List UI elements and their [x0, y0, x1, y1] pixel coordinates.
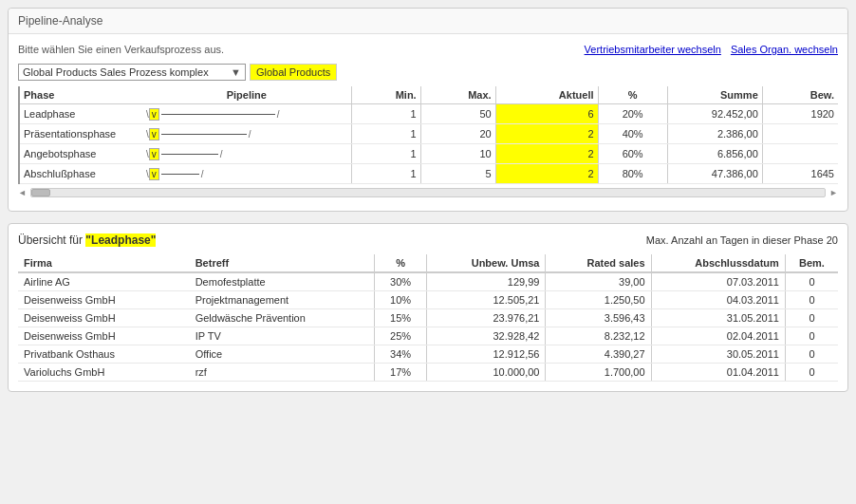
betreff-cell: Geldwäsche Prävention — [190, 309, 375, 327]
col-header-min: Min. — [351, 86, 420, 104]
scrollbar-thumb[interactable] — [31, 189, 50, 196]
col-header-bew: Bew. — [762, 86, 838, 104]
max-cell: 10 — [420, 144, 495, 164]
pipeline-bar-cell: \ v / — [142, 144, 351, 164]
unbew-umsa-cell: 23.976,21 — [427, 309, 546, 327]
bew-cell — [762, 124, 838, 144]
betreff-cell: Projektmanagement — [190, 291, 375, 309]
phase-cell: Leadphase — [19, 104, 142, 124]
col-header-summe: Summe — [667, 86, 762, 104]
scroll-left-icon[interactable]: ◄ — [18, 188, 27, 197]
percent-cell: 15% — [374, 309, 427, 327]
col-header-betreff: Betreff — [190, 254, 375, 272]
percent-cell: 10% — [374, 291, 427, 309]
percent-cell: 60% — [598, 144, 667, 164]
col-header-abschlussdatum: Abschlussdatum — [651, 254, 785, 272]
col-header-percent: % — [374, 254, 427, 272]
max-days-text: Max. Anzahl an Tagen in dieser Phase 20 — [646, 234, 838, 246]
bem-cell: 0 — [785, 327, 838, 345]
v-marker: v — [149, 128, 159, 140]
unbew-umsa-cell: 32.928,42 — [427, 327, 546, 345]
pipeline-bar-cell: \ v / — [142, 164, 351, 184]
percent-cell: 25% — [374, 327, 427, 345]
abschlussdatum-cell: 04.03.2011 — [651, 291, 785, 309]
max-cell: 20 — [420, 124, 495, 144]
summe-cell: 47.386,00 — [667, 164, 762, 184]
col-header-max: Max. — [420, 86, 495, 104]
bem-cell: 0 — [785, 364, 838, 382]
pipeline-table: Phase Pipeline Min. Max. Aktuell % Summe… — [18, 86, 838, 184]
percent-cell: 40% — [598, 124, 667, 144]
firma-cell: Varioluchs GmbH — [18, 364, 190, 382]
percent-cell: 30% — [374, 272, 427, 291]
phase-cell: Angebotsphase — [19, 144, 142, 164]
unbew-umsa-cell: 129,99 — [427, 272, 546, 291]
unbew-umsa-cell: 10.000,00 — [427, 364, 546, 382]
bew-cell — [762, 144, 838, 164]
percent-cell: 34% — [374, 345, 427, 364]
firma-cell: Airline AG — [18, 272, 190, 291]
min-cell: 1 — [351, 164, 420, 184]
betreff-cell: IP TV — [190, 327, 375, 345]
instruction-label: Bitte wählen Sie einen Verkaufsprozess a… — [18, 44, 224, 55]
rated-sales-cell: 1.250,50 — [546, 291, 651, 309]
phase-cell: Abschlußphase — [19, 164, 142, 184]
abschlussdatum-cell: 30.05.2011 — [651, 345, 785, 364]
v-marker: v — [149, 148, 159, 160]
summe-cell: 6.856,00 — [667, 144, 762, 164]
table-row: Deisenweiss GmbH Geldwäsche Prävention 1… — [18, 309, 838, 327]
bem-cell: 0 — [785, 291, 838, 309]
max-cell: 5 — [420, 164, 495, 184]
col-header-aktuell: Aktuell — [495, 86, 598, 104]
col-header-phase: Phase — [19, 86, 142, 104]
col-header-pipeline: Pipeline — [142, 86, 351, 104]
scrollbar-area: ◄ ► — [18, 184, 838, 201]
pipeline-bar-cell: \ v / — [142, 124, 351, 144]
unbew-umsa-cell: 12.912,56 — [427, 345, 546, 364]
sales-process-dropdown[interactable]: Global Products Sales Prozess komplex ▼ — [18, 64, 246, 81]
summe-cell: 2.386,00 — [667, 124, 762, 144]
table-row: Airline AG Demofestplatte 30% 129,99 39,… — [18, 272, 838, 291]
table-row: Varioluchs GmbH rzf 17% 10.000,00 1.700,… — [18, 364, 838, 382]
scrollbar-track[interactable] — [30, 188, 826, 197]
min-cell: 1 — [351, 124, 420, 144]
phase-cell: Präsentationsphase — [19, 124, 142, 144]
table-row: Deisenweiss GmbH IP TV 25% 32.928,42 8.2… — [18, 327, 838, 345]
aktuell-cell: 2 — [495, 164, 598, 184]
betreff-cell: Office — [190, 345, 375, 364]
overview-phase: "Leadphase" — [85, 233, 156, 247]
col-header-firma: Firma — [18, 254, 190, 272]
table-row: Abschlußphase \ v / 1 5 2 80% — [19, 164, 838, 184]
dropdown-arrow-icon: ▼ — [231, 66, 241, 78]
firma-cell: Privatbank Osthaus — [18, 345, 190, 364]
pipeline-bar-cell: \ v / — [142, 104, 351, 124]
percent-cell: 80% — [598, 164, 667, 184]
scroll-right-icon[interactable]: ► — [829, 188, 838, 197]
overview-title: Übersicht für "Leadphase" — [18, 233, 156, 247]
rated-sales-cell: 39,00 — [546, 272, 651, 291]
aktuell-cell: 2 — [495, 124, 598, 144]
bem-cell: 0 — [785, 272, 838, 291]
rated-sales-cell: 8.232,12 — [546, 327, 651, 345]
abschlussdatum-cell: 01.04.2011 — [651, 364, 785, 382]
top-panel-title: Pipeline-Analyse — [9, 9, 847, 34]
table-row: Privatbank Osthaus Office 34% 12.912,56 … — [18, 345, 838, 364]
bew-cell: 1920 — [762, 104, 838, 124]
rated-sales-cell: 1.700,00 — [546, 364, 651, 382]
table-row: Leadphase \ v / 1 50 6 20% — [19, 104, 838, 124]
bew-cell: 1645 — [762, 164, 838, 184]
abschlussdatum-cell: 07.03.2011 — [651, 272, 785, 291]
table-row: Deisenweiss GmbH Projektmanagement 10% 1… — [18, 291, 838, 309]
firma-cell: Deisenweiss GmbH — [18, 291, 190, 309]
betreff-cell: rzf — [190, 364, 375, 382]
betreff-cell: Demofestplatte — [190, 272, 375, 291]
table-row: Präsentationsphase \ v / 1 20 2 — [19, 124, 838, 144]
aktuell-cell: 2 — [495, 144, 598, 164]
switch-employee-link[interactable]: Vertriebsmitarbeiter wechseln — [585, 44, 721, 81]
global-products-box: Global Products — [250, 64, 337, 81]
switch-organ-link[interactable]: Sales Organ. wechseln — [731, 44, 838, 81]
bem-cell: 0 — [785, 309, 838, 327]
col-header-rated-sales: Rated sales — [546, 254, 651, 272]
unbew-umsa-cell: 12.505,21 — [427, 291, 546, 309]
col-header-percent: % — [598, 86, 667, 104]
